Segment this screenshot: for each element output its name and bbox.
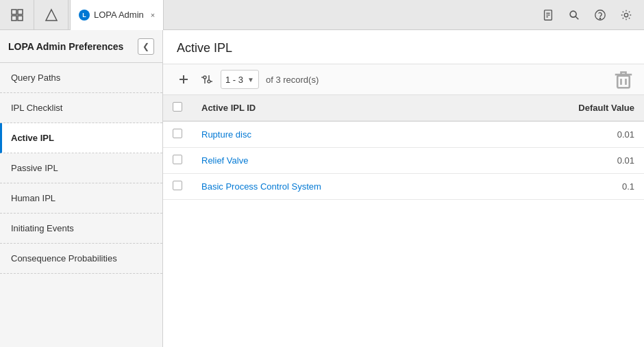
active-ipl-table: Active IPL ID Default Value Rupture disc…	[163, 95, 644, 200]
triangle-tab-icon[interactable]	[34, 0, 69, 30]
page-title: Active IPL	[177, 41, 630, 55]
row-active-ipl-id[interactable]: Basic Process Control System	[192, 174, 485, 200]
svg-point-17	[208, 80, 210, 83]
sidebar-item-initiating-events[interactable]: Initiating Events	[0, 214, 162, 244]
tab-label: LOPA Admin	[94, 10, 144, 20]
sidebar-collapse-button[interactable]: ❮	[138, 38, 154, 55]
help-icon-button[interactable]	[588, 3, 612, 27]
row-checkbox[interactable]	[173, 129, 182, 138]
row-checkbox-cell	[163, 174, 192, 200]
record-count-label: of 3 record(s)	[266, 75, 319, 85]
sidebar-item-active-ipl[interactable]: Active IPL	[0, 123, 162, 153]
svg-rect-3	[18, 16, 23, 21]
lopa-tab-icon: L	[79, 10, 90, 21]
sidebar-item-query-paths[interactable]: Query Paths	[0, 63, 162, 93]
svg-rect-2	[12, 16, 16, 21]
svg-rect-1	[18, 10, 23, 14]
row-checkbox[interactable]	[173, 155, 182, 164]
table-row: Rupture disc0.01	[163, 121, 644, 148]
sidebar-item-human-ipl[interactable]: Human IPL	[0, 183, 162, 214]
row-active-ipl-id[interactable]: Rupture disc	[192, 121, 485, 148]
table-row: Basic Process Control System0.1	[163, 174, 644, 200]
row-checkbox-cell	[163, 121, 192, 148]
toolbar: 1 - 3 ▼ of 3 record(s)	[163, 64, 644, 95]
search-icon-button[interactable]	[562, 3, 586, 27]
tab-bar: L LOPA Admin ×	[0, 0, 644, 30]
table-row: Relief Valve0.01	[163, 148, 644, 174]
row-default-value: 0.1	[485, 174, 644, 200]
page-range-select[interactable]: 1 - 3 ▼	[221, 70, 259, 89]
row-default-value: 0.01	[485, 121, 644, 148]
header-active-ipl-id: Active IPL ID	[192, 95, 485, 121]
filter-button[interactable]	[197, 70, 216, 89]
sidebar-item-consequence-probabilities[interactable]: Consequence Probabilities	[0, 244, 162, 274]
row-checkbox-cell	[163, 148, 192, 174]
sidebar-item-ipl-checklist[interactable]: IPL Checklist	[0, 93, 162, 123]
page-select-chevron: ▼	[247, 76, 254, 83]
sidebar-header: LOPA Admin Preferences ❮	[0, 30, 162, 63]
tab-close-button[interactable]: ×	[151, 11, 155, 19]
header-default-value: Default Value	[485, 95, 644, 121]
header-checkbox[interactable]	[173, 102, 182, 112]
content-area: Active IPL 1 - 3	[163, 30, 644, 347]
svg-point-12	[599, 18, 600, 18]
table-header-row: Active IPL ID Default Value	[163, 95, 644, 121]
report-icon-button[interactable]	[536, 3, 560, 27]
sidebar-nav: Query Paths IPL Checklist Active IPL Pas…	[0, 63, 162, 274]
page-range-label: 1 - 3	[225, 75, 243, 85]
row-checkbox[interactable]	[173, 181, 182, 190]
sidebar: LOPA Admin Preferences ❮ Query Paths IPL…	[0, 30, 163, 347]
lopa-admin-tab[interactable]: L LOPA Admin ×	[70, 0, 164, 30]
settings-icon-button[interactable]	[614, 3, 639, 27]
sidebar-item-passive-ipl[interactable]: Passive IPL	[0, 153, 162, 183]
add-button[interactable]	[174, 70, 193, 89]
svg-line-10	[575, 16, 578, 19]
table-container: Active IPL ID Default Value Rupture disc…	[163, 95, 644, 347]
svg-marker-4	[46, 10, 57, 21]
row-active-ipl-id[interactable]: Relief Valve	[192, 148, 485, 174]
top-right-toolbar	[536, 3, 644, 27]
content-header: Active IPL	[163, 30, 644, 64]
delete-button[interactable]	[614, 70, 633, 89]
dashboard-tab-icon[interactable]	[0, 0, 34, 30]
svg-point-16	[203, 76, 206, 79]
svg-point-9	[570, 11, 576, 17]
svg-rect-22	[617, 76, 630, 88]
row-default-value: 0.01	[485, 148, 644, 174]
svg-point-13	[624, 13, 628, 16]
header-checkbox-cell	[163, 95, 192, 121]
main-layout: LOPA Admin Preferences ❮ Query Paths IPL…	[0, 30, 644, 347]
sidebar-title: LOPA Admin Preferences	[8, 41, 123, 52]
svg-rect-0	[12, 10, 16, 14]
